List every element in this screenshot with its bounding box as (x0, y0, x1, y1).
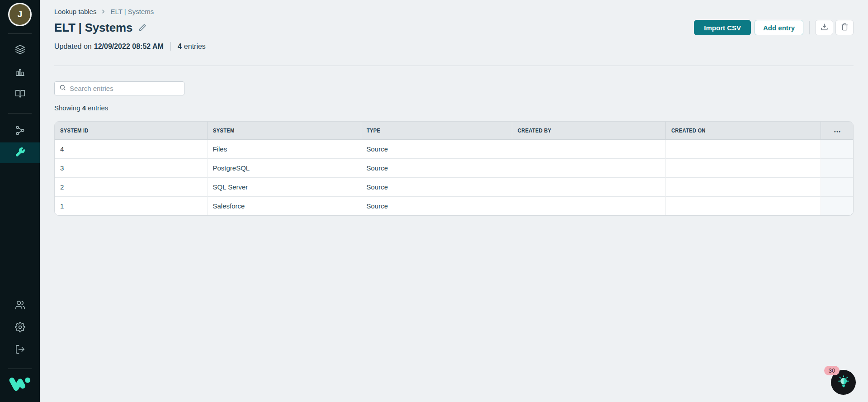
table-cell-actions (821, 196, 854, 215)
bar-chart-icon (15, 66, 25, 79)
main-content: Lookup tables ELT | Systems ELT | System… (40, 0, 868, 402)
wrench-icon (15, 147, 25, 159)
table-cell: PostgreSQL (207, 158, 361, 177)
help-badge: 30 (824, 366, 840, 375)
table-cell-actions (821, 177, 854, 196)
sidebar-nav-mid (0, 120, 40, 163)
table-cell (512, 196, 665, 215)
column-header: SYSTEM ID (55, 122, 207, 139)
table-header-row: SYSTEM IDSYSTEMTYPECREATED BYCREATED ON●… (55, 122, 854, 139)
title-row: ELT | Systems Import CSV Add entry (54, 20, 854, 35)
entries-table-container: SYSTEM IDSYSTEMTYPECREATED BYCREATED ON●… (54, 121, 854, 216)
entries-count: 4 (178, 43, 182, 51)
table-cell: Source (361, 177, 512, 196)
column-header-label: CREATED ON (671, 127, 706, 134)
table-body: 4FilesSource3PostgreSQLSource2SQL Server… (55, 139, 854, 215)
users-icon (15, 300, 25, 312)
import-csv-button[interactable]: Import CSV (694, 20, 751, 35)
table-cell: 3 (55, 158, 207, 177)
sidebar-item-data-layers[interactable] (0, 39, 40, 61)
table-row[interactable]: 3PostgreSQLSource (55, 158, 854, 177)
column-header-label: CREATED BY (518, 127, 551, 134)
sidebar-item-users[interactable] (0, 295, 40, 317)
table-cell (665, 196, 821, 215)
table-cell (665, 158, 821, 177)
column-header: CREATED BY (512, 122, 665, 139)
column-header-label: SYSTEM (213, 127, 235, 134)
column-header: SYSTEM (207, 122, 361, 139)
search-icon (59, 84, 66, 93)
column-actions-header[interactable]: ●●● (821, 122, 854, 139)
table-head: SYSTEM IDSYSTEMTYPECREATED BYCREATED ON●… (55, 122, 854, 139)
meta-divider (170, 42, 171, 51)
chevron-right-icon (100, 9, 106, 14)
layers-icon (15, 44, 25, 57)
table-cell: Source (361, 196, 512, 215)
updated-timestamp: 12/09/2022 08:52 AM (94, 43, 164, 51)
showing-prefix: Showing (54, 104, 80, 112)
showing-suffix: entries (88, 104, 108, 112)
download-table-button[interactable] (815, 20, 833, 35)
table-row[interactable]: 2SQL ServerSource (55, 177, 854, 196)
showing-summary: Showing 4 entries (54, 104, 854, 112)
lightbulb-icon (837, 375, 850, 390)
table-cell-actions (821, 158, 854, 177)
help-widget-button[interactable]: 30 (831, 370, 856, 395)
table-cell (512, 139, 665, 158)
table-cell (512, 177, 665, 196)
edit-title-pencil-icon[interactable] (138, 24, 146, 32)
table-cell: 4 (55, 139, 207, 158)
sidebar-nav-bottom (0, 295, 40, 361)
sidebar-item-settings[interactable] (0, 317, 40, 339)
breadcrumb: Lookup tables ELT | Systems (54, 8, 854, 15)
column-header: CREATED ON (665, 122, 821, 139)
entries-label: entries (184, 43, 206, 51)
sidebar-divider (8, 113, 32, 114)
table-cell-actions (821, 139, 854, 158)
logout-icon (15, 344, 25, 356)
section-divider (54, 66, 854, 66)
column-header-label: TYPE (367, 127, 380, 134)
updated-meta: Updated on 12/09/2022 08:52 AM 4 entries (54, 42, 854, 51)
search-box (54, 81, 184, 95)
search-input[interactable] (70, 85, 179, 92)
sidebar-item-tools-active[interactable] (0, 142, 40, 163)
table-cell: SQL Server (207, 177, 361, 196)
avatar[interactable]: J (8, 3, 32, 26)
column-header: TYPE (361, 122, 512, 139)
share-icon (15, 125, 25, 137)
trash-icon (841, 23, 849, 33)
book-open-icon (15, 89, 25, 101)
table-row[interactable]: 4FilesSource (55, 139, 854, 158)
table-cell: Source (361, 158, 512, 177)
avatar-initial: J (18, 9, 23, 19)
table-cell (665, 177, 821, 196)
showing-count: 4 (82, 104, 86, 112)
delete-table-button[interactable] (835, 20, 854, 35)
table-row[interactable]: 1SalesforceSource (55, 196, 854, 215)
column-header-label: SYSTEM ID (60, 127, 89, 134)
actions-divider (809, 21, 810, 34)
sidebar-nav-top (0, 39, 40, 106)
sidebar-item-docs[interactable] (0, 84, 40, 106)
table-cell: Files (207, 139, 361, 158)
table-cell: Source (361, 139, 512, 158)
sidebar: J (0, 0, 40, 402)
sidebar-item-logout[interactable] (0, 339, 40, 361)
add-entry-button[interactable]: Add entry (755, 20, 803, 35)
sidebar-divider (8, 33, 32, 34)
page-title: ELT | Systems (54, 21, 132, 35)
weld-logo[interactable] (9, 375, 31, 392)
table-cell: Salesforce (207, 196, 361, 215)
sidebar-divider (8, 369, 32, 369)
sidebar-item-charts[interactable] (0, 61, 40, 84)
entries-table: SYSTEM IDSYSTEMTYPECREATED BYCREATED ON●… (55, 122, 854, 215)
gear-icon (15, 322, 25, 334)
table-cell (512, 158, 665, 177)
updated-label: Updated on (54, 43, 92, 51)
table-cell (665, 139, 821, 158)
ellipsis-icon: ●●● (834, 130, 841, 133)
breadcrumb-parent[interactable]: Lookup tables (54, 8, 96, 15)
table-cell: 2 (55, 177, 207, 196)
sidebar-item-connections[interactable] (0, 120, 40, 142)
